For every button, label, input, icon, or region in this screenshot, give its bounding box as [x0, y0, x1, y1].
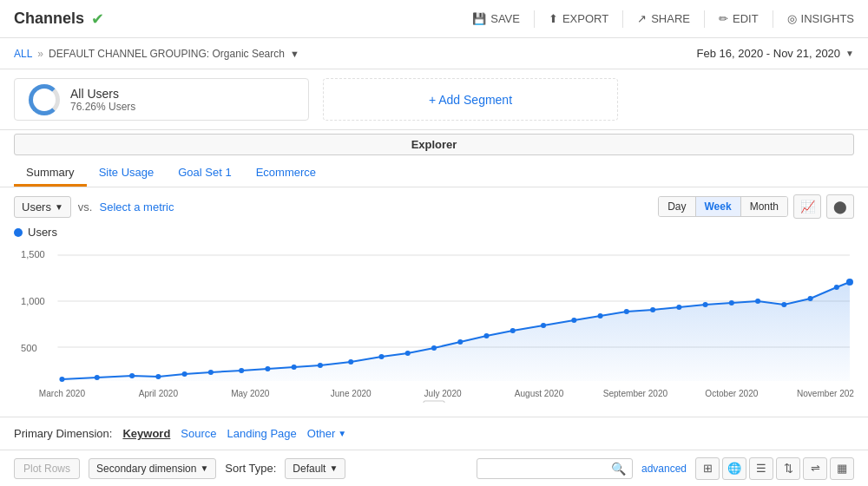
compare-view-button[interactable]: ⇌: [803, 457, 827, 480]
dim-landing-page-link[interactable]: Landing Page: [227, 427, 297, 440]
insights-label: INSIGHTS: [801, 12, 854, 25]
edit-icon: ✏: [719, 12, 728, 25]
period-day-button[interactable]: Day: [659, 197, 695, 216]
svg-text:August 2020: August 2020: [515, 389, 564, 398]
primary-dimension-bar: Primary Dimension: Keyword Source Landin…: [0, 417, 868, 450]
line-chart-button[interactable]: 📈: [793, 194, 821, 219]
svg-point-29: [703, 302, 708, 307]
svg-point-14: [292, 364, 297, 370]
sort-type-selector[interactable]: Default ▼: [285, 458, 345, 479]
export-button[interactable]: ⬆ EXPORT: [549, 12, 608, 25]
sort-type-icon: ▼: [329, 463, 338, 473]
donut-chart-icon: [29, 84, 60, 115]
svg-point-35: [846, 279, 853, 286]
top-header: Channels ✔ 💾 SAVE ⬆ EXPORT ↗ SHARE ✏ EDI…: [0, 0, 868, 38]
dim-keyword-link[interactable]: Keyword: [122, 427, 170, 440]
svg-point-10: [182, 371, 187, 377]
search-input[interactable]: [484, 463, 606, 475]
svg-point-23: [541, 323, 546, 328]
add-segment-card[interactable]: + Add Segment: [323, 78, 618, 121]
export-icon: ⬆: [549, 12, 558, 25]
secondary-dimension-selector[interactable]: Secondary dimension ▼: [89, 458, 216, 479]
sort-type-label: Sort Type:: [225, 462, 276, 475]
advanced-link[interactable]: advanced: [641, 463, 687, 475]
divider: [534, 10, 535, 28]
svg-text:September 2020: September 2020: [603, 389, 668, 398]
verified-icon: ✔: [91, 10, 104, 29]
legend-label: Users: [28, 226, 57, 239]
svg-point-25: [598, 313, 603, 319]
tab-site-usage[interactable]: Site Usage: [87, 161, 167, 187]
bottom-toolbar: Plot Rows Secondary dimension ▼ Sort Typ…: [0, 450, 868, 486]
metric-selector[interactable]: Users ▼: [14, 196, 71, 218]
share-button[interactable]: ↗ SHARE: [637, 12, 690, 25]
add-segment-label: + Add Segment: [429, 93, 512, 107]
search-box: 🔍: [477, 458, 633, 479]
svg-point-24: [571, 318, 576, 323]
edit-button[interactable]: ✏ EDIT: [719, 12, 759, 25]
svg-text:July 2020: July 2020: [424, 389, 463, 398]
svg-point-33: [808, 296, 813, 301]
period-month-button[interactable]: Month: [741, 197, 787, 216]
list-view-button[interactable]: ☰: [749, 457, 773, 480]
svg-point-17: [378, 354, 384, 359]
dim-other-icon: ▼: [338, 429, 346, 438]
svg-point-9: [155, 374, 161, 379]
date-range-dropdown-icon: ▼: [845, 49, 854, 58]
svg-point-8: [129, 373, 135, 378]
grid-view-button[interactable]: ⊞: [695, 457, 720, 480]
primary-dimension-label: Primary Dimension:: [14, 427, 112, 440]
detail-view-button[interactable]: ▦: [830, 457, 854, 480]
select-metric-link[interactable]: Select a metric: [99, 200, 174, 213]
segment-card-1[interactable]: All Users 76.26% Users: [14, 78, 309, 121]
svg-point-34: [834, 285, 839, 290]
breadcrumb-current: DEFAULT CHANNEL GROUPING: Organic Search: [49, 48, 285, 60]
chart-area: Users 1,500 1,000 500: [0, 226, 868, 417]
insights-icon: ◎: [787, 12, 797, 25]
svg-point-6: [59, 377, 64, 382]
plot-rows-button[interactable]: Plot Rows: [14, 458, 80, 479]
svg-point-15: [318, 363, 323, 368]
view-buttons: ⊞ 🌐 ☰ ⇅ ⇌ ▦: [695, 457, 854, 480]
date-range-selector[interactable]: Feb 16, 2020 - Nov 21, 2020 ▼: [697, 47, 854, 60]
explorer-bar: Explorer Summary Site Usage Goal Set 1 E…: [0, 130, 868, 187]
svg-point-20: [457, 339, 463, 345]
tab-summary[interactable]: Summary: [14, 161, 87, 187]
map-view-button[interactable]: 🌐: [722, 457, 746, 480]
segment-pct: 76.26% Users: [70, 101, 135, 113]
chart-controls-right: Day Week Month 📈 ⬤: [658, 194, 854, 219]
filter-view-button[interactable]: ⇅: [776, 457, 800, 480]
svg-point-21: [483, 333, 489, 338]
svg-text:1,500: 1,500: [21, 249, 45, 259]
save-label: SAVE: [490, 12, 520, 25]
tab-goal-set-1[interactable]: Goal Set 1: [166, 161, 243, 187]
app-title: Channels: [14, 10, 84, 28]
svg-point-30: [729, 300, 734, 305]
search-icon[interactable]: 🔍: [611, 462, 626, 476]
dim-source-link[interactable]: Source: [181, 427, 216, 440]
channel-dropdown-icon[interactable]: ▼: [290, 49, 299, 59]
svg-text:June 2020: June 2020: [331, 389, 372, 398]
export-label: EXPORT: [562, 12, 608, 25]
svg-point-7: [95, 375, 100, 380]
share-icon: ↗: [637, 12, 647, 25]
pie-chart-button[interactable]: ⬤: [826, 194, 854, 219]
svg-text:November 2020: November 2020: [797, 389, 854, 398]
dim-other-dropdown[interactable]: Other ▼: [307, 427, 346, 440]
breadcrumb-all[interactable]: ALL: [14, 48, 32, 60]
explorer-button[interactable]: Explorer: [14, 134, 854, 155]
save-button[interactable]: 💾 SAVE: [472, 12, 520, 25]
breadcrumb-separator: »: [37, 48, 43, 60]
svg-text:1,000: 1,000: [21, 296, 45, 306]
svg-point-28: [676, 305, 681, 310]
svg-text:March 2020: March 2020: [39, 389, 86, 398]
edit-label: EDIT: [733, 12, 759, 25]
sub-tabs: Summary Site Usage Goal Set 1 Ecommerce: [14, 161, 854, 187]
period-week-button[interactable]: Week: [696, 197, 741, 216]
save-icon: 💾: [472, 12, 486, 25]
secondary-dim-icon: ▼: [200, 463, 208, 473]
tab-ecommerce[interactable]: Ecommerce: [244, 161, 328, 187]
insights-button[interactable]: ◎ INSIGHTS: [787, 12, 854, 25]
svg-point-26: [624, 309, 629, 314]
svg-text:October 2020: October 2020: [705, 389, 758, 398]
